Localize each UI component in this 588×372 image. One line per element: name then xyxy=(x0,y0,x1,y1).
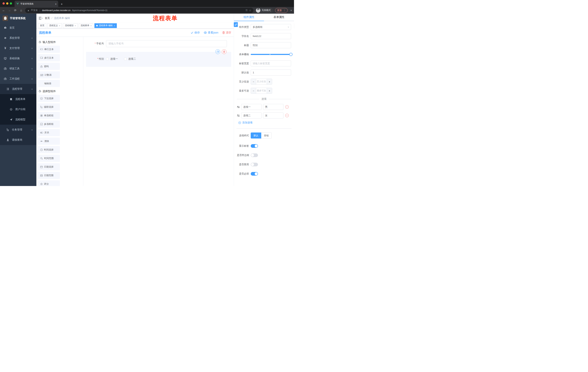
show-label-switch[interactable] xyxy=(251,144,258,148)
password-key-icon[interactable]: ⚿ xyxy=(246,9,248,12)
clear-button[interactable]: 清空 xyxy=(222,31,231,34)
close-window-button[interactable] xyxy=(2,2,5,5)
sidebar-item-home[interactable]: 首页 xyxy=(0,23,36,33)
min-select-stepper[interactable]: −至少应选+ xyxy=(251,79,272,85)
zoom-window-button[interactable] xyxy=(10,2,12,5)
palette-item-slider[interactable]: 滑块 xyxy=(38,138,60,145)
palette-item-password[interactable]: 密码 xyxy=(38,63,60,70)
link-handle[interactable] xyxy=(234,22,238,27)
palette-item-radio-group[interactable]: 单选框组 xyxy=(38,112,60,119)
stepper-minus-button[interactable]: − xyxy=(251,79,256,85)
stepper-plus-button[interactable]: + xyxy=(267,79,272,85)
view-json-button[interactable]: 查看json xyxy=(204,31,218,34)
required-switch[interactable] xyxy=(251,172,258,176)
minimize-window-button[interactable] xyxy=(6,2,8,5)
new-tab-button[interactable]: + xyxy=(61,2,63,7)
palette-item-checkbox-group[interactable]: 多选框组 xyxy=(38,120,60,128)
palette-item-select[interactable]: 下拉选择 xyxy=(38,95,60,102)
style-button-button[interactable]: 按钮 xyxy=(261,132,272,138)
address-bar[interactable]: ▲ 不安全 | dashboard.yudao.iocoder.cn/bpm/m… xyxy=(25,8,253,13)
max-select-input[interactable]: 最多可选 xyxy=(256,88,267,94)
option-name-input[interactable]: 选项一 xyxy=(241,104,262,110)
remove-option-button[interactable]: − xyxy=(285,114,289,117)
checkbox[interactable] xyxy=(124,58,127,60)
window-controls[interactable] xyxy=(0,0,15,7)
disabled-switch[interactable] xyxy=(251,163,258,166)
update-button[interactable]: 更新 ⋮ xyxy=(275,8,288,13)
stepper-plus-button[interactable]: + xyxy=(267,88,272,94)
label-width-input[interactable]: 请输入标签宽度 xyxy=(251,60,291,66)
tag-close-icon[interactable]: × xyxy=(74,25,76,27)
gender-option-1[interactable]: 选项一 xyxy=(106,57,118,61)
phone-input[interactable]: 请输入手机号 xyxy=(106,40,227,47)
reload-icon[interactable]: ⟳ xyxy=(13,9,17,12)
sidebar-item-process-form[interactable]: 流程表单 xyxy=(0,94,36,104)
chrome-caret-icon[interactable]: ▼ xyxy=(290,9,292,11)
browser-tab[interactable]: 芋道管理系统 x xyxy=(15,1,58,7)
max-select-stepper[interactable]: −最多可选+ xyxy=(251,88,272,94)
tag-close-icon[interactable]: × xyxy=(59,25,60,27)
save-button[interactable]: 保存 xyxy=(191,31,200,34)
component-type-select[interactable]: 多选框组∨ xyxy=(251,24,291,30)
form-grid-slider[interactable] xyxy=(251,51,291,57)
sidebar-item-leave-query[interactable]: 请假查询 xyxy=(0,135,36,145)
tag-close-icon[interactable]: × xyxy=(90,25,92,27)
stepper-minus-button[interactable]: − xyxy=(251,88,256,94)
style-default-button[interactable]: 默认 xyxy=(251,132,261,138)
sidebar-item-process-mgmt[interactable]: 流程管理 ∧ xyxy=(0,84,36,94)
option-value-input[interactable]: 男 xyxy=(263,104,284,110)
tag-process-form-edit[interactable]: 流程表单-编辑× xyxy=(94,23,117,28)
tab-form-props[interactable]: 表单属性 xyxy=(264,14,294,21)
canvas-field-gender-selected[interactable]: 性别 选项一 选项二 xyxy=(86,52,231,67)
sidebar-item-workflow[interactable]: 工作流程 ∧ xyxy=(0,74,36,84)
palette-item-single-text[interactable]: 单行文本 xyxy=(38,46,60,53)
min-select-input[interactable]: 至少应选 xyxy=(256,79,267,85)
title-input[interactable]: 性别 xyxy=(251,42,291,48)
home-icon[interactable]: ⌂ xyxy=(19,9,23,12)
default-value-input[interactable]: 1 xyxy=(251,70,291,75)
tag-process-model[interactable]: 流程模型× xyxy=(63,23,77,28)
palette-item-rate[interactable]: 评分 xyxy=(38,180,60,186)
gender-option-2[interactable]: 选项二 xyxy=(124,57,136,61)
palette-item-multi-text[interactable]: 多行文本 xyxy=(38,54,60,61)
palette-item-time[interactable]: 时间选择 xyxy=(38,146,60,153)
drag-handle-icon[interactable] xyxy=(237,106,240,108)
breadcrumb-home[interactable]: 首页 xyxy=(45,17,50,20)
palette-item-switch[interactable]: 开关 xyxy=(38,129,60,136)
sidebar-item-devtools[interactable]: 研发工具 ∨ xyxy=(0,64,36,74)
palette-item-counter[interactable]: 123计数器 xyxy=(38,71,60,78)
palette-item-cascader[interactable]: 级联选择 xyxy=(38,103,60,110)
tag-close-icon[interactable]: × xyxy=(114,25,115,27)
remove-option-button[interactable]: − xyxy=(285,105,289,109)
browser-menu-icon[interactable]: ⋮ xyxy=(283,9,286,12)
field-name-input[interactable]: field122 xyxy=(251,33,291,39)
delete-component-button[interactable] xyxy=(222,49,227,54)
canvas-field-phone[interactable]: 手机号 请输入手机号 xyxy=(86,40,231,47)
sidebar-item-process-model[interactable]: 流程模型 xyxy=(0,115,36,125)
tag-process-definition[interactable]: 流程定义× xyxy=(47,23,62,28)
tag-home[interactable]: 首页 xyxy=(38,23,46,28)
sidebar-item-payment[interactable]: ¥ 支付管理 ∨ xyxy=(0,43,36,53)
slider-track[interactable] xyxy=(251,54,291,55)
tag-process-form[interactable]: 流程表单× xyxy=(79,23,93,28)
option-name-input[interactable]: 选项二 xyxy=(241,112,262,118)
palette-item-editor[interactable]: 编辑器 xyxy=(38,80,60,87)
copy-component-button[interactable] xyxy=(215,49,220,54)
tab-close-icon[interactable]: x xyxy=(55,2,57,5)
palette-item-date-range[interactable]: 日期范围 xyxy=(38,172,60,179)
checkbox[interactable] xyxy=(106,58,109,60)
palette-item-time-range[interactable]: 时间范围 xyxy=(38,155,60,162)
forward-icon[interactable]: → xyxy=(8,9,11,12)
sidebar-item-task-mgmt[interactable]: 任务管理 ∨ xyxy=(0,125,36,135)
back-icon[interactable]: ← xyxy=(2,9,5,12)
option-value-input[interactable]: 女 xyxy=(263,112,284,118)
slider-handle[interactable] xyxy=(289,53,293,56)
security-warning-icon[interactable]: ▲ xyxy=(27,9,30,12)
drag-handle-icon[interactable] xyxy=(237,114,240,117)
border-switch[interactable] xyxy=(251,153,258,157)
add-option-button[interactable]: 添加选项 xyxy=(238,121,291,124)
sidebar-collapse-icon[interactable] xyxy=(36,17,45,20)
sidebar-item-user-group[interactable]: 用户分组 xyxy=(0,104,36,115)
sidebar-item-system[interactable]: 系统管理 ∨ xyxy=(0,33,36,43)
sidebar-item-infra[interactable]: 基础设施 ∨ xyxy=(0,53,36,64)
